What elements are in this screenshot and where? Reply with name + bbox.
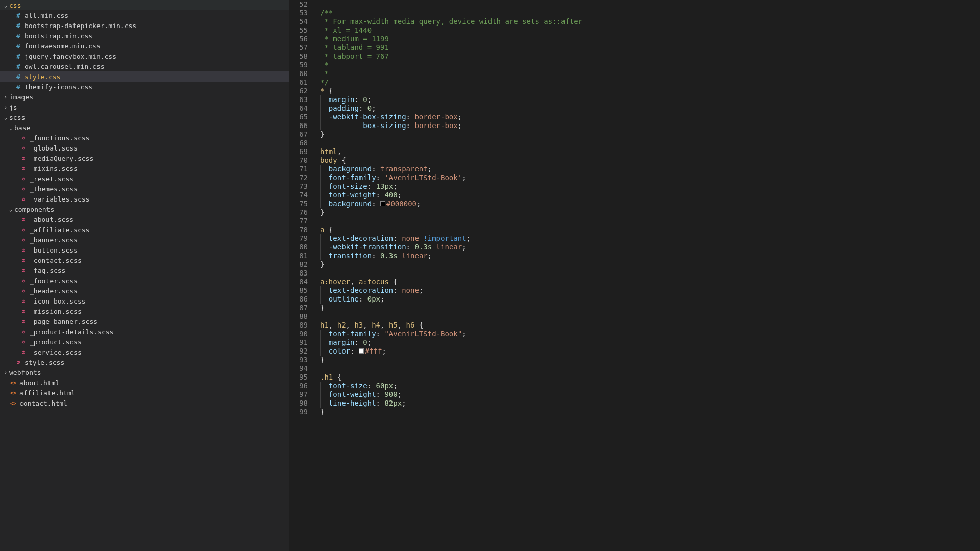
line-number: 67	[289, 130, 315, 139]
code-line[interactable]: font-family: 'AvenirLTStd-Book';	[320, 173, 980, 182]
code-line[interactable]	[320, 269, 980, 278]
code-line[interactable]: text-decoration: none !important;	[320, 234, 980, 243]
file-_footer.scss[interactable]: ⌀_footer.scss	[0, 276, 289, 286]
code-line[interactable]: a {	[320, 226, 980, 234]
code-line[interactable]: font-family: "AvenirLTStd-Book";	[320, 330, 980, 338]
code-line[interactable]: -webkit-box-sizing: border-box;	[320, 113, 980, 121]
code-line[interactable]: }	[320, 130, 980, 139]
file-_header.scss[interactable]: ⌀_header.scss	[0, 286, 289, 296]
code-line[interactable]: background: #000000;	[320, 199, 980, 208]
line-number: 96	[289, 382, 315, 390]
code-line[interactable]: margin: 0;	[320, 338, 980, 347]
file-explorer[interactable]: ⌄css#all.min.css#bootstrap-datepicker.mi…	[0, 0, 289, 551]
code-line[interactable]: .h1 {	[320, 373, 980, 382]
code-line[interactable]: -webkit-transition: 0.3s linear;	[320, 243, 980, 252]
file-_themes.scss[interactable]: ⌀_themes.scss	[0, 184, 289, 194]
code-line[interactable]: */	[320, 78, 980, 87]
code-line[interactable]	[320, 364, 980, 373]
code-line[interactable]: transition: 0.3s linear;	[320, 252, 980, 260]
code-line[interactable]: * For max-width media query, device widt…	[320, 17, 980, 26]
code-token: :	[406, 243, 415, 251]
file-_variables.scss[interactable]: ⌀_variables.scss	[0, 194, 289, 204]
file-affiliate.html[interactable]: <>affiliate.html	[0, 388, 289, 398]
folder-scss[interactable]: ⌄scss	[0, 112, 289, 122]
file-style.css[interactable]: #style.css	[0, 71, 289, 82]
file-style.scss[interactable]: ⌀style.scss	[0, 357, 289, 367]
code-content[interactable]: /** * For max-width media query, device …	[315, 0, 980, 551]
code-line[interactable]: font-size: 13px;	[320, 182, 980, 191]
folder-images[interactable]: ›images	[0, 92, 289, 102]
file-_functions.scss[interactable]: ⌀_functions.scss	[0, 133, 289, 143]
code-line[interactable]: a:hover, a:focus {	[320, 278, 980, 286]
code-line[interactable]: html,	[320, 147, 980, 156]
code-line[interactable]: text-decoration: none;	[320, 286, 980, 295]
code-line[interactable]: font-size: 60px;	[320, 382, 980, 390]
file-_mixins.scss[interactable]: ⌀_mixins.scss	[0, 163, 289, 173]
code-token: font-family	[329, 173, 376, 182]
file-bootstrap.min.css[interactable]: #bootstrap.min.css	[0, 31, 289, 41]
code-line[interactable]	[320, 312, 980, 321]
file-bootstrap-datepicker.min.css[interactable]: #bootstrap-datepicker.min.css	[0, 20, 289, 31]
code-line[interactable]: body {	[320, 156, 980, 165]
code-line[interactable]: * medium = 1199	[320, 35, 980, 43]
code-line[interactable]: padding: 0;	[320, 104, 980, 113]
code-line[interactable]: }	[320, 408, 980, 416]
file-_product.scss[interactable]: ⌀_product.scss	[0, 337, 289, 347]
folder-css[interactable]: ⌄css	[0, 0, 289, 10]
file-_banner.scss[interactable]: ⌀_banner.scss	[0, 235, 289, 245]
code-line[interactable]: * xl = 1440	[320, 26, 980, 35]
file-_service.scss[interactable]: ⌀_service.scss	[0, 347, 289, 357]
code-line[interactable]: }	[320, 304, 980, 312]
code-line[interactable]: /**	[320, 9, 980, 17]
file-_about.scss[interactable]: ⌀_about.scss	[0, 214, 289, 224]
code-line[interactable]: * tabland = 991	[320, 43, 980, 52]
line-number: 92	[289, 347, 315, 356]
code-line[interactable]: font-weight: 900;	[320, 390, 980, 399]
code-line[interactable]: margin: 0;	[320, 95, 980, 104]
code-line[interactable]: *	[320, 69, 980, 78]
file-_product-details.scss[interactable]: ⌀_product-details.scss	[0, 327, 289, 337]
file-owl.carousel.min.css[interactable]: #owl.carousel.min.css	[0, 61, 289, 71]
file-jquery.fancybox.min.css[interactable]: #jquery.fancybox.min.css	[0, 51, 289, 61]
code-line[interactable]: color: #fff;	[320, 347, 980, 356]
file-_icon-box.scss[interactable]: ⌀_icon-box.scss	[0, 296, 289, 306]
file-_faq.scss[interactable]: ⌀_faq.scss	[0, 265, 289, 276]
folder-base[interactable]: ⌄base	[0, 122, 289, 133]
file-_affiliate.scss[interactable]: ⌀_affiliate.scss	[0, 224, 289, 235]
code-line[interactable]: box-sizing: border-box;	[320, 121, 980, 130]
code-line[interactable]: background: transparent;	[320, 165, 980, 173]
code-line[interactable]: * {	[320, 87, 980, 95]
file-_reset.scss[interactable]: ⌀_reset.scss	[0, 173, 289, 184]
code-token: none	[402, 234, 419, 242]
folder-components[interactable]: ⌄components	[0, 204, 289, 214]
file-contact.html[interactable]: <>contact.html	[0, 398, 289, 408]
code-line[interactable]	[320, 217, 980, 226]
code-line[interactable]: }	[320, 208, 980, 217]
folder-webfonts[interactable]: ›webfonts	[0, 367, 289, 378]
line-number: 86	[289, 295, 315, 304]
code-line[interactable]: * tabport = 767	[320, 52, 980, 61]
code-line[interactable]: }	[320, 260, 980, 269]
code-line[interactable]: h1, h2, h3, h4, h5, h6 {	[320, 321, 980, 330]
file-_contact.scss[interactable]: ⌀_contact.scss	[0, 255, 289, 265]
file-all.min.css[interactable]: #all.min.css	[0, 10, 289, 20]
file-about.html[interactable]: <>about.html	[0, 378, 289, 388]
code-line[interactable]	[320, 0, 980, 9]
line-number: 95	[289, 373, 315, 382]
code-line[interactable]: outline: 0px;	[320, 295, 980, 304]
file-_page-banner.scss[interactable]: ⌀_page-banner.scss	[0, 316, 289, 327]
code-editor[interactable]: 5253545556575859606162636465666768697071…	[289, 0, 980, 551]
folder-js[interactable]: ›js	[0, 102, 289, 112]
file-_global.scss[interactable]: ⌀_global.scss	[0, 143, 289, 153]
file-_mediaQuery.scss[interactable]: ⌀_mediaQuery.scss	[0, 153, 289, 163]
file-fontawesome.min.css[interactable]: #fontawesome.min.css	[0, 41, 289, 51]
file-_button.scss[interactable]: ⌀_button.scss	[0, 245, 289, 255]
line-number: 77	[289, 217, 315, 226]
code-line[interactable]: line-height: 82px;	[320, 399, 980, 408]
file-themify-icons.css[interactable]: #themify-icons.css	[0, 82, 289, 92]
code-line[interactable]: *	[320, 61, 980, 69]
code-line[interactable]: font-weight: 400;	[320, 191, 980, 199]
code-line[interactable]	[320, 139, 980, 147]
code-line[interactable]: }	[320, 356, 980, 364]
file-_mission.scss[interactable]: ⌀_mission.scss	[0, 306, 289, 316]
